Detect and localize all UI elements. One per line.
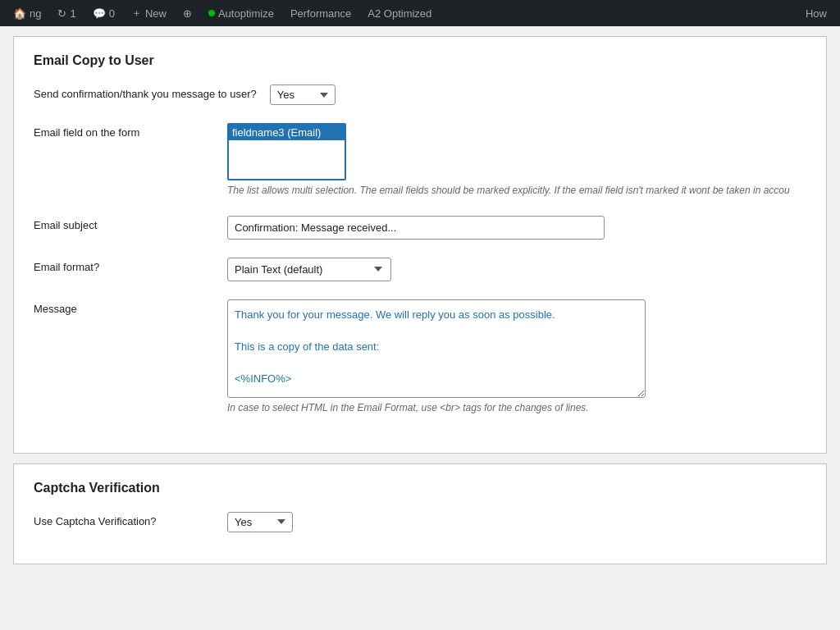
confirmation-label: Send confirmation/thank you message to u… <box>34 84 257 100</box>
admin-bar-comments[interactable]: 💬 0 <box>86 0 121 26</box>
email-format-control: Plain Text (default) HTML <box>227 258 806 281</box>
email-field-hint: The list allows multi selection. The ema… <box>227 184 806 198</box>
updates-icon: ↻ <box>57 7 66 20</box>
autoptimize-dot <box>208 10 215 16</box>
admin-bar-how[interactable]: How <box>799 7 833 20</box>
how-label: How <box>806 7 827 20</box>
site-icon: 🏠 <box>13 7 26 20</box>
email-copy-panel: Email Copy to User Send confirmation/tha… <box>13 36 827 454</box>
message-hint: In case to select HTML in the Email Form… <box>227 401 806 415</box>
admin-bar-updates[interactable]: ↻ 1 <box>51 0 82 26</box>
email-format-label: Email format? <box>34 258 214 273</box>
message-textarea[interactable]: Thank you for your message. We will repl… <box>227 299 646 398</box>
comment-count: 0 <box>109 7 115 20</box>
main-content: Email Copy to User Send confirmation/tha… <box>0 26 840 574</box>
autoptimize-label: Autoptimize <box>218 7 274 20</box>
a2-label: A2 Optimized <box>368 7 431 20</box>
performance-label: Performance <box>290 7 351 20</box>
message-label: Message <box>34 299 214 315</box>
captcha-title: Captcha Verification <box>34 481 806 495</box>
admin-bar-logo[interactable]: ⊕ <box>176 0 199 26</box>
admin-bar-site[interactable]: 🏠 ng <box>7 0 48 26</box>
admin-bar-a2[interactable]: A2 Optimized <box>361 0 438 26</box>
site-label: ng <box>30 7 41 20</box>
email-format-row: Email format? Plain Text (default) HTML <box>34 258 806 281</box>
admin-bar-autoptimize[interactable]: Autoptimize <box>202 0 281 26</box>
update-count: 1 <box>70 7 75 20</box>
message-row: Message Thank you for your message. We w… <box>34 299 806 415</box>
email-subject-row: Email subject <box>34 216 806 240</box>
email-copy-title: Email Copy to User <box>34 53 806 68</box>
logo-icon: ⊕ <box>183 7 192 20</box>
comments-icon: 💬 <box>93 7 106 20</box>
email-subject-control <box>227 216 806 240</box>
captcha-row: Use Captcha Verification? Yes No <box>34 512 806 532</box>
email-format-select[interactable]: Plain Text (default) HTML <box>227 258 391 281</box>
confirmation-control: Yes No <box>270 84 806 105</box>
new-icon: ＋ <box>131 6 142 21</box>
email-field-listbox[interactable]: fieldname3 (Email) <box>227 123 346 180</box>
admin-bar-new[interactable]: ＋ New <box>125 0 173 26</box>
captcha-select[interactable]: Yes No <box>227 512 293 532</box>
captcha-label: Use Captcha Verification? <box>34 512 214 527</box>
captcha-control: Yes No <box>227 512 806 532</box>
admin-bar: 🏠 ng ↻ 1 💬 0 ＋ New ⊕ Autoptimize Perform… <box>0 0 840 26</box>
email-subject-input[interactable] <box>227 216 605 240</box>
email-field-control: fieldname3 (Email) The list allows multi… <box>227 123 806 198</box>
email-subject-label: Email subject <box>34 216 214 231</box>
new-label: New <box>145 7 167 20</box>
email-field-label: Email field on the form <box>34 123 214 139</box>
admin-bar-performance[interactable]: Performance <box>284 0 358 26</box>
confirmation-select[interactable]: Yes No <box>270 84 336 105</box>
email-field-row: Email field on the form fieldname3 (Emai… <box>34 123 806 198</box>
confirmation-row: Send confirmation/thank you message to u… <box>34 84 806 105</box>
captcha-panel: Captcha Verification Use Captcha Verific… <box>13 463 827 564</box>
message-control: Thank you for your message. We will repl… <box>227 299 806 415</box>
